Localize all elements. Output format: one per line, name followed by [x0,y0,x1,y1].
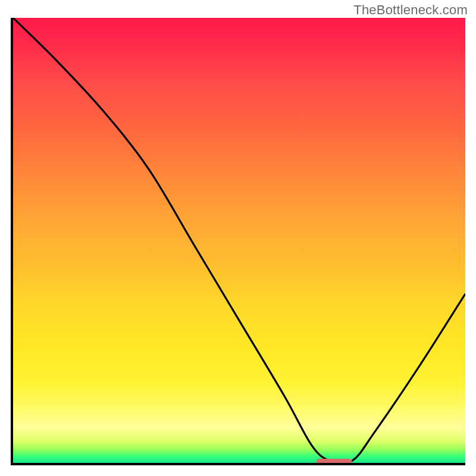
optimal-marker [316,459,352,463]
chart-area [11,18,465,465]
watermark-text: TheBottleneck.com [353,2,468,18]
plot-area [11,18,465,465]
bottleneck-curve [13,18,465,463]
curve-svg [13,18,465,463]
